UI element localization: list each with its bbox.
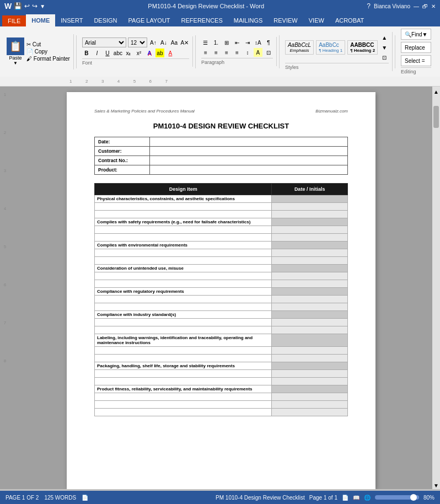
find-button[interactable]: 🔍 Find ▼ (401, 29, 431, 40)
tab-design[interactable]: DESIGN (88, 14, 122, 26)
style-heading2[interactable]: AABBCC ¶ Heading 2 (347, 40, 378, 55)
checklist-date-cell[interactable] (272, 280, 348, 288)
checklist-item-cell[interactable]: Compliance with industry standard(s) (95, 311, 272, 319)
checklist-item-cell[interactable]: Product fitness, reliability, serviceabi… (95, 385, 272, 393)
scroll-up-arrow[interactable]: ▲ (433, 89, 439, 95)
checklist-date-cell[interactable] (272, 326, 348, 334)
vertical-scrollbar[interactable]: ▲ ▼ (432, 87, 440, 489)
checklist-item-cell[interactable]: Physical characteristics, constraints, a… (95, 195, 272, 203)
checklist-date-cell[interactable] (272, 249, 348, 257)
tab-review[interactable]: REVIEW (268, 14, 303, 26)
checklist-item-cell[interactable] (95, 234, 272, 242)
increase-font-button[interactable]: A↑ (149, 38, 158, 47)
checklist-date-cell[interactable] (272, 409, 348, 416)
close-button[interactable]: ✕ (431, 3, 436, 9)
checklist-date-cell[interactable] (272, 393, 348, 401)
decrease-font-button[interactable]: A↓ (159, 38, 168, 47)
borders-button[interactable]: ⊡ (264, 48, 273, 57)
cut-button[interactable]: ✂ Cut (26, 41, 70, 47)
align-right-button[interactable]: ≡ (222, 48, 231, 57)
copy-button[interactable]: 📄 Copy (26, 49, 70, 55)
tab-acrobat[interactable]: ACROBAT (330, 14, 369, 26)
help-button[interactable]: ? (367, 2, 371, 10)
checklist-item-cell[interactable] (95, 401, 272, 409)
select-button[interactable]: Select = (401, 55, 431, 66)
checklist-item-cell[interactable] (95, 272, 272, 280)
view-read-icon[interactable]: 📖 (353, 495, 359, 501)
superscript-button[interactable]: x² (135, 49, 143, 57)
checklist-item-cell[interactable] (95, 257, 272, 265)
checklist-date-cell[interactable] (272, 385, 348, 393)
checklist-item-cell[interactable] (95, 303, 272, 311)
quick-undo[interactable]: ↩ (24, 2, 30, 10)
checklist-date-cell[interactable] (272, 303, 348, 311)
checklist-item-cell[interactable] (95, 393, 272, 401)
checklist-item-cell[interactable] (95, 347, 272, 355)
paste-dropdown[interactable]: ▼ (13, 61, 18, 66)
increase-indent-button[interactable]: ⇥ (243, 38, 252, 47)
clear-format-button[interactable]: A✕ (180, 38, 189, 47)
checklist-date-cell[interactable] (272, 355, 348, 362)
checklist-item-cell[interactable] (95, 226, 272, 234)
replace-button[interactable]: Replace (401, 42, 431, 53)
checklist-date-cell[interactable] (272, 265, 348, 272)
sort-button[interactable]: ↕A (254, 38, 262, 47)
checklist-date-cell[interactable] (272, 195, 348, 203)
zoom-slider[interactable] (375, 495, 419, 500)
checklist-item-cell[interactable] (95, 355, 272, 362)
decrease-indent-button[interactable]: ⇤ (233, 38, 242, 47)
change-case-button[interactable]: Aa (170, 38, 179, 47)
style-emphasis[interactable]: AaBbCcL Emphasis (285, 40, 314, 55)
checklist-item-cell[interactable]: Consideration of unintended use, misuse (95, 265, 272, 272)
checklist-date-cell[interactable] (272, 319, 348, 326)
quick-save[interactable]: 💾 (14, 2, 22, 10)
tab-file[interactable]: FILE (2, 15, 26, 26)
style-heading1[interactable]: AaBbCc ¶ Heading 1 (316, 40, 345, 55)
zoom-thumb[interactable] (410, 494, 417, 501)
checklist-item-cell[interactable] (95, 203, 272, 211)
checklist-date-cell[interactable] (272, 362, 348, 370)
checklist-item-cell[interactable] (95, 280, 272, 288)
checklist-date-cell[interactable] (272, 296, 348, 303)
styles-scroll-up[interactable]: ▲ (380, 33, 389, 42)
text-effects-button[interactable]: A (145, 49, 154, 57)
checklist-date-cell[interactable] (272, 288, 348, 296)
view-web-icon[interactable]: 🌐 (364, 495, 371, 501)
multilevel-button[interactable]: ⊞ (222, 38, 231, 47)
checklist-date-cell[interactable] (272, 370, 348, 378)
checklist-date-cell[interactable] (272, 272, 348, 280)
font-family-select[interactable]: Arial (82, 37, 126, 47)
checklist-date-cell[interactable] (272, 203, 348, 211)
text-highlight-button[interactable]: ab (155, 49, 164, 57)
show-formatting-button[interactable]: ¶ (264, 38, 273, 47)
tab-references[interactable]: REFERENCES (176, 14, 228, 26)
tab-mailings[interactable]: MAILINGS (228, 14, 269, 26)
bold-button[interactable]: B (82, 49, 91, 57)
line-spacing-button[interactable]: ↕ (243, 48, 252, 57)
quick-more[interactable]: ▼ (40, 3, 45, 9)
checklist-item-cell[interactable]: Compliance with regulatory requirements (95, 288, 272, 296)
format-painter-button[interactable]: 🖌 Format Painter (26, 56, 70, 62)
checklist-item-cell[interactable] (95, 370, 272, 378)
checklist-item-cell[interactable]: Packaging, handling, shelf life, storage… (95, 362, 272, 370)
styles-more[interactable]: ⊡ (380, 53, 389, 62)
checklist-item-cell[interactable] (95, 326, 272, 334)
font-size-select[interactable]: 12 (128, 37, 147, 47)
bullets-button[interactable]: ☰ (201, 38, 210, 47)
shading-button[interactable]: A (254, 48, 262, 57)
numbering-button[interactable]: 1. (212, 38, 221, 47)
tab-view[interactable]: VIEW (303, 14, 330, 26)
date-value[interactable] (150, 137, 348, 147)
checklist-date-cell[interactable] (272, 257, 348, 265)
align-center-button[interactable]: ≡ (212, 48, 221, 57)
checklist-item-cell[interactable] (95, 409, 272, 416)
styles-scroll-down[interactable]: ▼ (380, 43, 389, 52)
tab-insert[interactable]: INSERT (55, 14, 88, 26)
paste-button[interactable]: 📋 Paste ▼ (6, 36, 25, 67)
checklist-item-cell[interactable] (95, 249, 272, 257)
checklist-date-cell[interactable] (272, 218, 348, 226)
document-scroll[interactable]: Sales & Marketing Policies and Procedure… (10, 87, 432, 489)
checklist-date-cell[interactable] (272, 334, 348, 347)
italic-button[interactable]: I (93, 49, 101, 57)
checklist-item-cell[interactable] (95, 378, 272, 385)
